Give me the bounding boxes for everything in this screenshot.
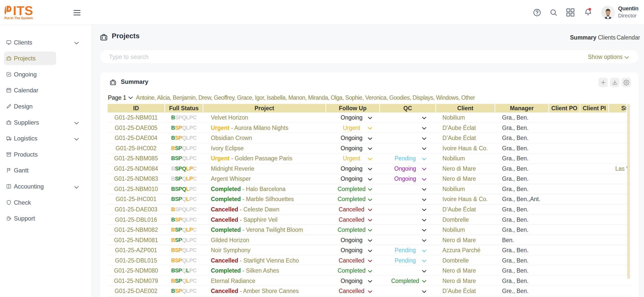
svg-text:Put In The System: Put In The System (5, 16, 33, 20)
